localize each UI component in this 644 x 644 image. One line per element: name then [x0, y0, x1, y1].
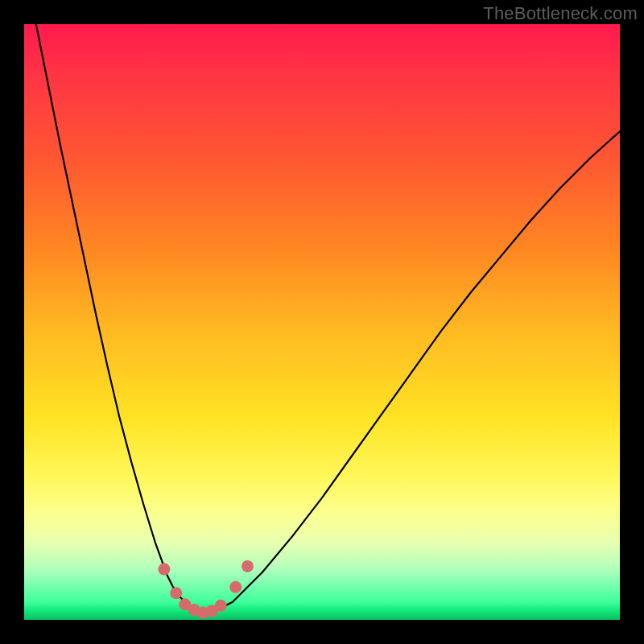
data-point [197, 607, 209, 619]
chart-frame: TheBottleneck.com [0, 0, 644, 644]
watermark-text: TheBottleneck.com [483, 3, 638, 24]
data-point [179, 598, 191, 610]
data-point [158, 564, 170, 576]
data-point [242, 560, 254, 572]
bottleneck-curve [24, 24, 620, 613]
plot-area [24, 24, 620, 620]
data-point [206, 605, 218, 617]
data-point [215, 600, 227, 612]
data-point [229, 581, 242, 593]
curve-svg [24, 24, 620, 620]
data-point [170, 587, 182, 599]
data-point [188, 604, 200, 616]
trough-dots [158, 560, 254, 619]
